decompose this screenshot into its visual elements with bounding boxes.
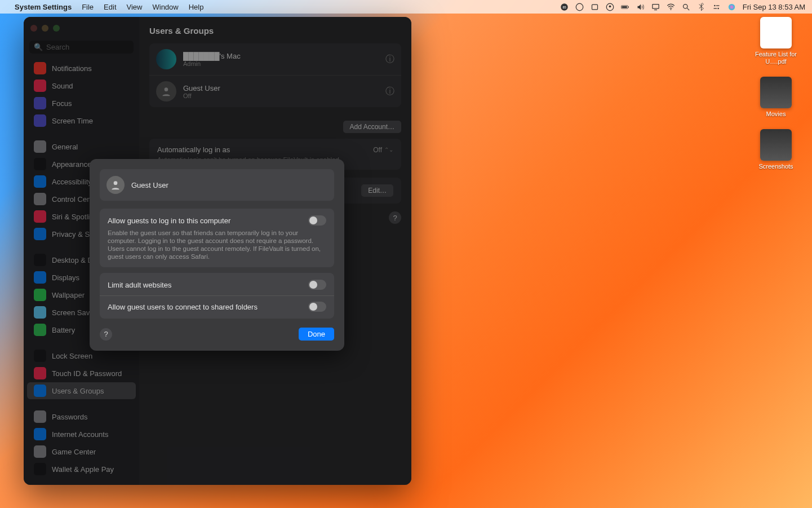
allow-shared-toggle[interactable] xyxy=(308,302,326,312)
allow-guests-login-card: Allow guests to log in to this computer … xyxy=(100,209,334,267)
creative-cloud-icon[interactable] xyxy=(575,3,584,11)
limit-adult-toggle[interactable] xyxy=(308,280,326,290)
menubar-item-window[interactable]: Window xyxy=(152,3,178,11)
svg-point-14 xyxy=(714,5,716,6)
svg-point-5 xyxy=(609,5,611,7)
svg-text:85: 85 xyxy=(562,6,566,9)
menubar-clock[interactable]: Fri Sep 13 8:53 AM xyxy=(743,3,805,11)
volume-icon[interactable] xyxy=(636,3,645,11)
desktop-icon[interactable]: Feature List for U….pdf xyxy=(751,17,801,65)
menubar-item-view[interactable]: View xyxy=(127,3,143,11)
folder-icon xyxy=(760,77,792,108)
allow-guests-login-desc: Enable the guest user so that friends ca… xyxy=(108,229,326,260)
svg-rect-8 xyxy=(628,6,629,7)
desktop-icons: Feature List for U….pdfMoviesScreenshots xyxy=(751,17,801,170)
svg-point-12 xyxy=(683,4,687,8)
battery-percent-icon[interactable]: 85 xyxy=(560,3,569,11)
avatar xyxy=(107,176,125,194)
desktop-icon[interactable]: Movies xyxy=(751,77,801,118)
display-icon[interactable] xyxy=(651,3,660,11)
allow-guests-login-toggle[interactable] xyxy=(308,215,326,226)
menubar-item-file[interactable]: File xyxy=(82,3,94,11)
sheet-title: Guest User xyxy=(131,181,168,189)
allow-guests-login-label: Allow guests to log in to this computer xyxy=(108,217,308,225)
desktop-icon-label: Screenshots xyxy=(758,163,793,170)
battery-icon[interactable] xyxy=(621,3,629,11)
bluetooth-icon[interactable] xyxy=(697,3,705,11)
desktop-icon-label: Feature List for U….pdf xyxy=(751,51,801,65)
guest-user-sheet: Guest User Allow guests to log in to thi… xyxy=(90,159,344,351)
sheet-help-button[interactable]: ? xyxy=(100,328,112,341)
wifi-icon[interactable] xyxy=(667,3,675,11)
svg-rect-3 xyxy=(592,5,597,10)
desktop-icon-label: Movies xyxy=(766,111,786,118)
desktop-icon[interactable]: Screenshots xyxy=(751,129,801,170)
control-center-icon[interactable] xyxy=(712,3,721,11)
spotlight-icon[interactable] xyxy=(682,3,690,11)
menubar: System Settings FileEditViewWindowHelp 8… xyxy=(0,0,812,14)
pdf-icon xyxy=(760,17,792,48)
menubar-item-edit[interactable]: Edit xyxy=(104,3,116,11)
siri-icon[interactable] xyxy=(727,3,736,11)
menubar-app-name[interactable]: System Settings xyxy=(15,3,72,11)
svg-rect-7 xyxy=(622,6,627,7)
svg-rect-9 xyxy=(653,4,659,8)
folder-icon xyxy=(760,129,792,161)
allow-shared-label: Allow guest users to connect to shared f… xyxy=(108,303,308,311)
stage-manager-icon[interactable] xyxy=(591,3,599,11)
svg-point-2 xyxy=(576,3,583,11)
svg-point-20 xyxy=(114,181,118,185)
limit-adult-label: Limit adult websites xyxy=(108,281,308,289)
menubar-status: 85 Fri Sep 13 8:53 AM xyxy=(560,3,805,11)
user-icon[interactable] xyxy=(606,3,614,11)
guest-options-card: Limit adult websites Allow guest users t… xyxy=(100,273,334,319)
svg-line-13 xyxy=(687,8,689,10)
sheet-header: Guest User xyxy=(100,169,334,201)
menubar-item-help[interactable]: Help xyxy=(189,3,204,11)
svg-point-11 xyxy=(670,8,671,10)
done-button[interactable]: Done xyxy=(299,328,334,341)
svg-point-16 xyxy=(717,7,719,9)
svg-point-18 xyxy=(729,3,735,10)
